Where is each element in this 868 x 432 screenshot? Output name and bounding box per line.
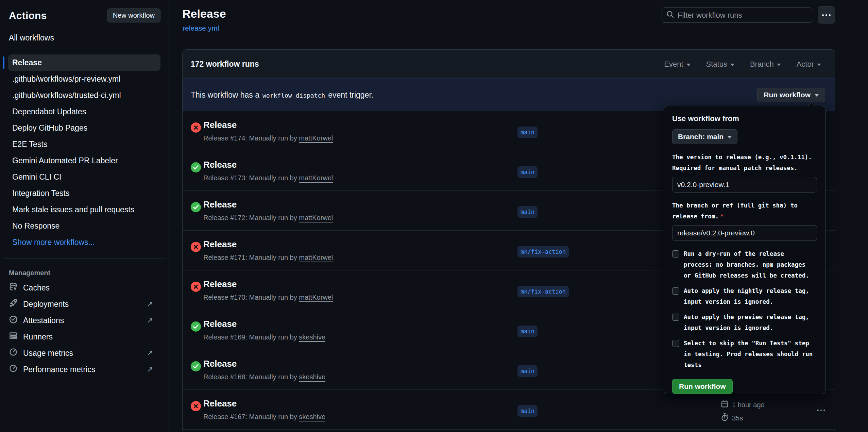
version-input[interactable]: [672, 177, 817, 193]
filter-event-dropdown[interactable]: Event: [664, 60, 690, 69]
run-meta: 1 hour ago 35s: [720, 400, 765, 423]
sidebar-item-label: Usage metrics: [23, 349, 73, 358]
show-more-workflows-link[interactable]: Show more workflows...: [8, 234, 160, 250]
filter-status-dropdown[interactable]: Status: [706, 60, 734, 69]
branch-badge[interactable]: mk/fix-action: [517, 246, 569, 257]
ref-field-label: The branch or ref (full git sha) to rele…: [672, 200, 817, 222]
management-heading: Management: [9, 269, 160, 277]
branch-badge[interactable]: main: [517, 405, 538, 417]
chevron-down-icon: [817, 64, 821, 66]
branch-selector-button[interactable]: Branch: main: [672, 129, 737, 144]
run-title-link[interactable]: Release: [203, 120, 237, 130]
run-description: Release #168: Manually run by skeshive: [203, 373, 325, 381]
sidebar-item-no-response[interactable]: No Response: [8, 218, 160, 234]
preview-tag-checkbox-row: Auto apply the preview release tag, inpu…: [672, 312, 817, 333]
sidebar-item-attestations[interactable]: Attestations ↗: [0, 312, 169, 329]
sidebar-item-runners[interactable]: Runners: [0, 329, 169, 345]
sidebar-item-deployments[interactable]: Deployments ↗: [0, 296, 169, 312]
dispatch-panel-heading: Use workflow from: [672, 114, 817, 123]
run-description: Release #169: Manually run by skeshive: [203, 333, 325, 341]
runs-count: 172 workflow runs: [191, 60, 259, 69]
failure-status-icon: [191, 282, 201, 292]
sidebar-item-all-workflows[interactable]: All workflows: [9, 33, 160, 43]
workflow-options-kebab-button[interactable]: [818, 6, 835, 23]
nightly-tag-checkbox[interactable]: [672, 287, 679, 295]
ref-input[interactable]: [672, 225, 817, 241]
branch-badge[interactable]: main: [517, 166, 538, 178]
sidebar-item-mark-stale[interactable]: Mark stale issues and pull requests: [8, 201, 160, 218]
run-title-link[interactable]: Release: [203, 398, 237, 409]
preview-tag-checkbox[interactable]: [672, 314, 679, 321]
checkbox-label: Select to skip the "Run Tests" step in t…: [684, 338, 813, 370]
sidebar-item-dependabot[interactable]: Dependabot Updates: [8, 103, 160, 120]
actor-link[interactable]: skeshive: [299, 373, 325, 381]
run-title-link[interactable]: Release: [203, 239, 237, 250]
filter-actor-dropdown[interactable]: Actor: [797, 60, 821, 69]
run-title-link[interactable]: Release: [203, 199, 237, 210]
sidebar-item-performance-metrics[interactable]: Performance metrics ↗: [0, 361, 169, 378]
sidebar-item-caches[interactable]: Caches: [0, 280, 169, 296]
sidebar-item-gemini-cli-ci[interactable]: Gemini CLI CI: [8, 169, 160, 185]
run-description: Release #174: Manually run by mattKorwel: [203, 134, 333, 142]
success-status-icon: [191, 361, 201, 371]
sidebar-divider: [3, 259, 166, 259]
sidebar-item-deploy-pages[interactable]: Deploy GitHub Pages: [8, 120, 160, 136]
branch-badge[interactable]: main: [517, 127, 538, 138]
sidebar-item-release[interactable]: Release: [8, 54, 160, 71]
sidebar-title: Actions: [9, 10, 47, 21]
sidebar-item-e2e-tests[interactable]: E2E Tests: [8, 136, 160, 152]
skip-tests-checkbox[interactable]: [672, 340, 679, 347]
sidebar-item-gemini-pr-labeler[interactable]: Gemini Automated PR Labeler: [8, 152, 160, 169]
run-description: Release #170: Manually run by mattKorwel: [203, 294, 333, 301]
actions-sidebar: Actions New workflow All workflows Relea…: [0, 0, 169, 432]
checkbox-label: Run a dry-run of the release process; no…: [684, 248, 809, 281]
filter-branch-dropdown[interactable]: Branch: [750, 60, 781, 69]
verified-icon: [9, 315, 18, 326]
actor-link[interactable]: mattKorwel: [299, 214, 333, 221]
workflow-file-link[interactable]: release.yml: [183, 24, 219, 32]
external-link-arrow: ↗: [147, 300, 153, 309]
run-description: Release #167: Manually run by skeshive: [203, 413, 325, 421]
run-workflow-submit-button[interactable]: Run workflow: [672, 379, 733, 394]
workflow-run-row[interactable]: Release Release #167: Manually run by sk…: [183, 390, 835, 430]
failure-status-icon: [191, 242, 201, 252]
actor-link[interactable]: mattKorwel: [299, 174, 333, 182]
chevron-down-icon: [730, 64, 734, 66]
runs-filters: Event Status Branch Actor: [664, 60, 821, 69]
actor-link[interactable]: mattKorwel: [299, 294, 333, 301]
workflow-list: Release .github/workflows/pr-review.yml …: [0, 51, 169, 250]
server-icon: [9, 331, 18, 342]
new-workflow-button[interactable]: New workflow: [107, 9, 160, 22]
workflow-run-row-partial: [183, 430, 835, 432]
branch-badge[interactable]: main: [517, 365, 538, 377]
filter-workflow-runs-input[interactable]: Filter workflow runs: [662, 7, 812, 23]
nightly-tag-checkbox-row: Auto apply the nightly release tag, inpu…: [672, 285, 817, 307]
run-title-link[interactable]: Release: [203, 160, 237, 170]
actor-link[interactable]: skeshive: [299, 333, 325, 341]
sidebar-item-label: Runners: [23, 332, 53, 342]
sidebar-item-label: Caches: [23, 283, 50, 293]
run-title-link[interactable]: Release: [203, 319, 237, 329]
sidebar-item-pr-review[interactable]: .github/workflows/pr-review.yml: [8, 71, 160, 87]
run-title-link[interactable]: Release: [203, 279, 237, 289]
dry-run-checkbox[interactable]: [672, 250, 679, 257]
kebab-icon: [822, 14, 824, 16]
branch-badge[interactable]: mk/fix-action: [517, 286, 569, 297]
failure-status-icon: [191, 122, 201, 133]
sidebar-item-trusted-ci[interactable]: .github/workflows/trusted-ci.yml: [8, 87, 160, 103]
branch-badge[interactable]: main: [517, 206, 538, 218]
run-workflow-dropdown-button[interactable]: Run workflow: [757, 88, 825, 102]
sidebar-item-integration-tests[interactable]: Integration Tests: [8, 185, 160, 201]
required-asterisk: *: [720, 213, 724, 220]
actor-link[interactable]: mattKorwel: [299, 134, 333, 142]
actor-link[interactable]: skeshive: [299, 413, 325, 420]
chevron-down-icon: [728, 136, 732, 138]
actor-link[interactable]: mattKorwel: [299, 254, 333, 261]
skip-tests-checkbox-row: Select to skip the "Run Tests" step in t…: [672, 338, 817, 370]
meter-icon: [9, 364, 18, 375]
search-icon: [666, 10, 674, 20]
run-title-link[interactable]: Release: [203, 359, 237, 369]
branch-badge[interactable]: main: [517, 326, 538, 337]
sidebar-item-usage-metrics[interactable]: Usage metrics ↗: [0, 345, 169, 361]
run-options-kebab-button[interactable]: [812, 405, 831, 415]
